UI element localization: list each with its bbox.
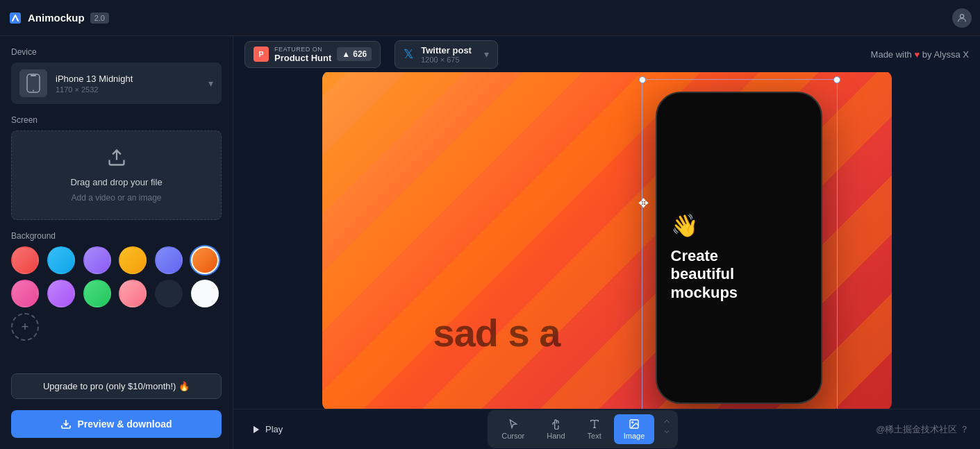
profile-button[interactable] [952, 8, 972, 28]
svg-rect-2 [27, 74, 40, 92]
phone-headline-line2: beautiful [671, 265, 735, 282]
swatch-add-button[interactable]: + [11, 313, 39, 341]
swatch-dark[interactable] [155, 280, 183, 307]
made-with-text: Made with ♥ by Alyssa X [871, 49, 969, 60]
made-by-label: by Alyssa X [922, 49, 969, 60]
svg-marker-7 [254, 425, 259, 433]
background-section-label: Background [11, 231, 222, 241]
swatch-white[interactable] [191, 280, 219, 307]
device-dims: 1170 × 2532 [56, 85, 200, 94]
app-name: Animockup [28, 12, 85, 24]
phone-thumbnail-icon [26, 74, 41, 93]
canvas-area: P FEATURED ON Product Hunt ▲ 626 𝕏 Twitt… [233, 36, 980, 449]
canvas-bottom-toolbar: Play Cursor Hand [233, 409, 980, 449]
producthunt-text-group: FEATURED ON Product Hunt [274, 46, 331, 63]
tool-tabs: Cursor Hand Text [488, 410, 678, 448]
twitter-post-name: Twitter post [421, 45, 472, 56]
logo-area: Animockup 2.0 [8, 11, 109, 25]
phone-headline-line1: Create [671, 247, 718, 264]
animockup-logo-icon [8, 11, 22, 25]
swatch-green[interactable] [83, 280, 111, 307]
twitter-info: Twitter post 1200 × 675 [421, 45, 472, 64]
screen-section-label: Screen [11, 115, 222, 125]
text-label: Text [588, 432, 601, 440]
device-name: iPhone 13 Midnight [56, 74, 200, 84]
canvas-content[interactable]: sad s a [233, 72, 980, 409]
image-label: Image [624, 432, 645, 440]
heart-icon: ♥ [914, 49, 922, 60]
mockup-canvas[interactable]: sad s a [322, 72, 892, 409]
svg-point-4 [33, 90, 34, 92]
cursor-tab-icon [508, 418, 519, 430]
cursor-label: Cursor [501, 432, 524, 440]
swatch-indigo[interactable] [155, 246, 183, 274]
phone-content: 👋 Create beautiful mockups [657, 112, 821, 403]
topbar: Animockup 2.0 [0, 0, 980, 36]
upvote-arrow-icon: ▲ [342, 49, 350, 59]
main-layout: Device iPhone 13 Midnight 1170 × 2532 ▾ [0, 36, 980, 449]
twitter-dims: 1200 × 675 [421, 56, 472, 64]
swatch-rose[interactable] [119, 280, 147, 307]
play-label: Play [265, 424, 283, 434]
phone-mockup[interactable]: 👋 Create beautiful mockups [656, 92, 822, 404]
tab-text[interactable]: Text [578, 414, 611, 444]
swatch-blue[interactable] [47, 246, 75, 274]
upload-primary-text: Drag and drop your file [70, 177, 162, 187]
preview-download-button[interactable]: Preview & download [11, 410, 222, 438]
canvas-text-overlay: sad s a [433, 310, 560, 355]
device-thumbnail [19, 69, 47, 97]
text-tab-icon [589, 418, 600, 430]
phone-emoji: 👋 [671, 212, 699, 239]
preview-label: Preview & download [77, 418, 172, 430]
upload-secondary-text: Add a video or an image [71, 193, 161, 203]
chevron-down-icon [663, 427, 671, 436]
twitter-badge[interactable]: 𝕏 Twitter post 1200 × 675 ▾ [395, 40, 498, 69]
phone-notch [704, 96, 774, 112]
producthunt-badge[interactable]: P FEATURED ON Product Hunt ▲ 626 [244, 41, 381, 68]
twitter-icon: 𝕏 [404, 46, 414, 62]
twitter-dropdown-chevron-icon: ▾ [484, 49, 489, 60]
swatch-violet[interactable] [47, 280, 75, 307]
swatch-grid: + [11, 246, 222, 341]
chevron-up-icon [663, 417, 671, 425]
upload-icon [107, 148, 126, 171]
producthunt-icon: P [254, 46, 269, 62]
phone-headline: Create beautiful mockups [671, 247, 738, 302]
swatch-pink[interactable] [11, 280, 39, 307]
ph-featured-text: FEATURED ON [274, 46, 331, 53]
device-section: Device iPhone 13 Midnight 1170 × 2532 ▾ [11, 47, 222, 104]
upgrade-button[interactable]: Upgrade to pro (only $10/month!) 🔥 [11, 373, 222, 399]
hand-tab-icon [550, 418, 561, 430]
version-badge: 2.0 [90, 12, 109, 24]
community-tag-text: @稀土掘金技术社区 ？ [876, 423, 969, 436]
hand-label: Hand [547, 432, 565, 440]
tab-image[interactable]: Image [614, 414, 655, 444]
device-dropdown-chevron-icon: ▾ [208, 78, 213, 89]
play-icon [251, 425, 261, 434]
tool-expand-button[interactable] [660, 414, 674, 444]
swatch-orange[interactable] [191, 246, 219, 274]
swatch-yellow[interactable] [119, 246, 147, 274]
device-info: iPhone 13 Midnight 1170 × 2532 [56, 74, 200, 94]
community-tag: @稀土掘金技术社区 ？ [876, 423, 969, 436]
play-button[interactable]: Play [244, 420, 290, 439]
canvas-topbar: P FEATURED ON Product Hunt ▲ 626 𝕏 Twitt… [233, 36, 980, 72]
swatch-purple[interactable] [83, 246, 111, 274]
screen-section: Screen Drag and drop your file Add a vid… [11, 115, 222, 220]
screen-upload-area[interactable]: Drag and drop your file Add a video or a… [11, 130, 222, 220]
phone-headline-line3: mockups [671, 284, 738, 301]
upvote-count: 626 [353, 49, 367, 59]
svg-point-1 [960, 14, 963, 17]
device-section-label: Device [11, 47, 222, 57]
device-selector[interactable]: iPhone 13 Midnight 1170 × 2532 ▾ [11, 62, 222, 104]
svg-point-11 [632, 422, 633, 423]
tab-hand[interactable]: Hand [537, 414, 574, 444]
ph-product-name: Product Hunt [274, 53, 331, 63]
background-section: Background + [11, 231, 222, 341]
tab-cursor[interactable]: Cursor [492, 414, 534, 444]
ph-upvotes: ▲ 626 [337, 47, 372, 61]
swatch-red[interactable] [11, 246, 39, 274]
made-with-label: Made with [871, 49, 912, 60]
sidebar: Device iPhone 13 Midnight 1170 × 2532 ▾ [0, 36, 233, 449]
svg-rect-0 [10, 12, 21, 24]
